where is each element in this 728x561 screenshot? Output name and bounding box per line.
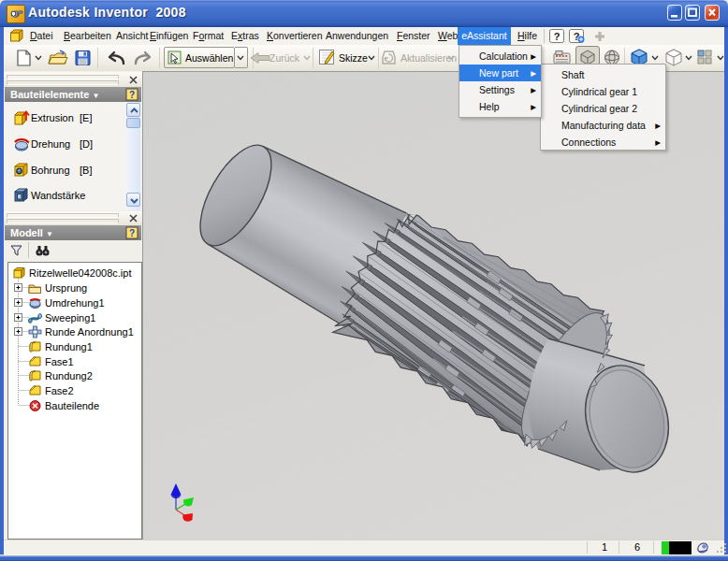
svg-text:?: ?: [554, 31, 561, 42]
svg-text:?: ?: [129, 228, 135, 238]
svg-text:?: ?: [129, 90, 135, 100]
